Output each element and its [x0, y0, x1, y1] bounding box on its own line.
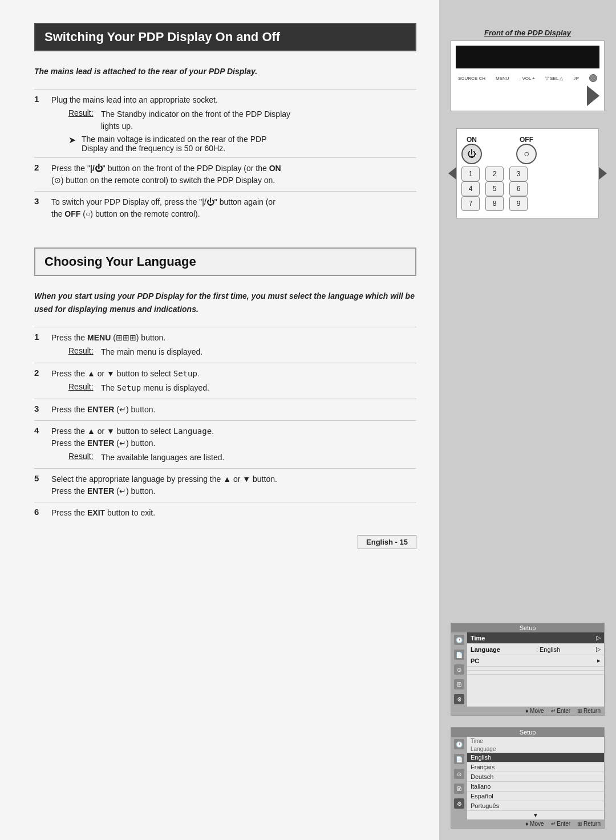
- lang-rows: Time Language English Français Deutsch I…: [467, 737, 604, 819]
- page-number: English - 15: [358, 535, 416, 549]
- setup-icon-2: 📄: [454, 650, 464, 660]
- setup-row-language-label: Language: [471, 646, 500, 653]
- page-container: Switching Your PDP Display On and Off Th…: [0, 0, 616, 840]
- lang-header: Setup: [451, 728, 604, 737]
- btn-2[interactable]: 2: [485, 167, 504, 181]
- step3-num: 3: [34, 196, 44, 206]
- setup-row-time-arrow: ▷: [596, 634, 601, 642]
- lang-step4-result: Result: The available languages are list…: [68, 452, 224, 464]
- front-display-label: Front of the PDP Display: [451, 29, 605, 37]
- section2-title: Choosing Your Language: [34, 247, 416, 276]
- lang-step4-row: 4 Press the ▲ or ▼ button to select Lang…: [34, 420, 416, 468]
- lang-step3-text: Press the ENTER (↵) button.: [51, 404, 155, 416]
- lang-step6-num: 6: [34, 507, 44, 517]
- section1: Switching Your PDP Display On and Off Th…: [34, 23, 416, 225]
- lang-step4-result-label: Result:: [68, 452, 94, 464]
- lang-body: 🕐 📄 ⊙ 🖹 ⚙ Time Language English Français: [451, 737, 604, 819]
- section-gap: [34, 225, 416, 247]
- power-indicator: [589, 74, 597, 82]
- lang-step2-text: Press the ▲ or ▼ button to select Setup.: [51, 369, 200, 378]
- setup-icon-3: ⊙: [454, 664, 464, 675]
- lang-item-portugues[interactable]: Português: [467, 801, 604, 811]
- lang-footer-enter: ↵ Enter: [551, 821, 571, 827]
- step1-row: 1 Plug the mains lead into an appropriat…: [34, 89, 416, 157]
- setup-icon-4: 🖹: [454, 679, 464, 689]
- btn-7[interactable]: 7: [461, 196, 480, 211]
- lang-step1-result: Result: The main menu is displayed.: [68, 346, 202, 358]
- arrow-right-wrapper: [456, 86, 599, 106]
- btn-5[interactable]: 5: [485, 181, 504, 196]
- btn-9[interactable]: 9: [509, 196, 528, 211]
- lang-icon-5: ⚙: [454, 798, 464, 809]
- lang-item-francais[interactable]: Français: [467, 762, 604, 772]
- vol-label: - VOL +: [520, 76, 536, 81]
- arrow-right-icon: [587, 86, 599, 106]
- num-row-3: 7 8 9: [461, 196, 594, 211]
- setup-row-language: Language : English ▷: [467, 644, 604, 655]
- lang-item-deutsch[interactable]: Deutsch: [467, 772, 604, 782]
- lang-panel: Setup 🕐 📄 ⊙ 🖹 ⚙ Time Language Engli: [451, 727, 605, 829]
- setup-row-language-value: : English: [536, 646, 560, 653]
- on-button[interactable]: ⏻: [461, 144, 482, 164]
- step1-result-row: Result: The Standby indicator on the fro…: [68, 108, 290, 132]
- off-section: OFF ○: [516, 136, 537, 164]
- section1-title: Switching Your PDP Display On and Off: [34, 23, 416, 51]
- setup-panel-1-header: Setup: [451, 623, 604, 632]
- remote-panel: ON ⏻ OFF ○ 1 2 3 4 5 6: [456, 128, 599, 218]
- lang-step2-result-text: The Setup menu is displayed.: [101, 382, 209, 394]
- section1-intro: The mains lead is attached to the rear o…: [34, 65, 416, 78]
- front-display-panel: SOURCE CH MENU - VOL + ▽ SEL △ I/P: [451, 40, 605, 111]
- off-label: OFF: [520, 136, 533, 144]
- lang-footer: ♦ Move ↵ Enter ⊞ Return: [451, 819, 604, 828]
- lang-step4-result-text: The available languages are listed.: [101, 452, 224, 464]
- setup-row-time: Time ▷: [467, 632, 604, 644]
- step2-text: Press the "|/⏻" button on the front of t…: [51, 163, 281, 186]
- lang-icon-2: 📄: [454, 754, 464, 764]
- lang-item-english[interactable]: English: [467, 753, 604, 762]
- btn-3[interactable]: 3: [509, 167, 528, 181]
- input-label: I/P: [573, 76, 579, 81]
- lang-item-italiano[interactable]: Italiano: [467, 782, 604, 792]
- lang-step2-result-label: Result:: [68, 382, 94, 394]
- lang-icon-1: 🕐: [454, 739, 464, 749]
- setup-icon-5: ⚙: [454, 694, 464, 704]
- btn-6[interactable]: 6: [509, 181, 528, 196]
- lang-time-label: Time: [471, 738, 483, 744]
- lang-language-label: Language: [471, 746, 496, 752]
- setup-row-pc: PC ▸: [467, 655, 604, 667]
- step3-text: To switch your PDP Display off, press th…: [51, 196, 275, 220]
- lang-icon-4: 🖹: [454, 784, 464, 794]
- controls-row: SOURCE CH MENU - VOL + ▽ SEL △ I/P: [456, 73, 599, 83]
- source-label: SOURCE CH: [458, 76, 485, 81]
- footer-move: ♦ Move: [525, 708, 544, 714]
- btn-1[interactable]: 1: [461, 167, 480, 181]
- lang-step1-result-label: Result:: [68, 346, 94, 358]
- setup-icon-1: 🕐: [454, 635, 464, 645]
- lang-step2-num: 2: [34, 368, 44, 378]
- spacer: [451, 236, 605, 611]
- setup-footer-1: ♦ Move ↵ Enter ⊞ Return: [451, 707, 604, 715]
- lang-footer-return: ⊞ Return: [577, 821, 601, 827]
- step1-note: ➤ The main voltage is indicated on the r…: [68, 135, 290, 153]
- setup-row-time-label: Time: [471, 635, 485, 642]
- lang-step6-text: Press the EXIT button to exit.: [51, 507, 155, 519]
- setup-row-empty2: [467, 671, 604, 675]
- step1-note-text: The main voltage is indicated on the rea…: [82, 135, 267, 153]
- step2-row: 2 Press the "|/⏻" button on the front of…: [34, 157, 416, 191]
- off-button[interactable]: ○: [516, 144, 537, 164]
- btn-8[interactable]: 8: [485, 196, 504, 211]
- on-label: ON: [467, 136, 477, 144]
- lang-step2-row: 2 Press the ▲ or ▼ button to select Setu…: [34, 363, 416, 399]
- setup-row-pc-arrow: ▸: [597, 657, 601, 664]
- page-number-area: English - 15: [34, 524, 416, 549]
- setup-row-language-arrow: ▷: [596, 646, 601, 653]
- step1-result-label: Result:: [68, 108, 94, 132]
- lang-icon-3: ⊙: [454, 769, 464, 779]
- lang-item-espanol[interactable]: Español: [467, 792, 604, 801]
- btn-4[interactable]: 4: [461, 181, 480, 196]
- step1-result-text: The Standby indicator on the front of th…: [101, 108, 290, 132]
- lang-step3-row: 3 Press the ENTER (↵) button.: [34, 399, 416, 420]
- menu-label: MENU: [496, 76, 509, 81]
- lang-step1-result-text: The main menu is displayed.: [101, 346, 202, 358]
- on-section: ON ⏻: [461, 136, 482, 164]
